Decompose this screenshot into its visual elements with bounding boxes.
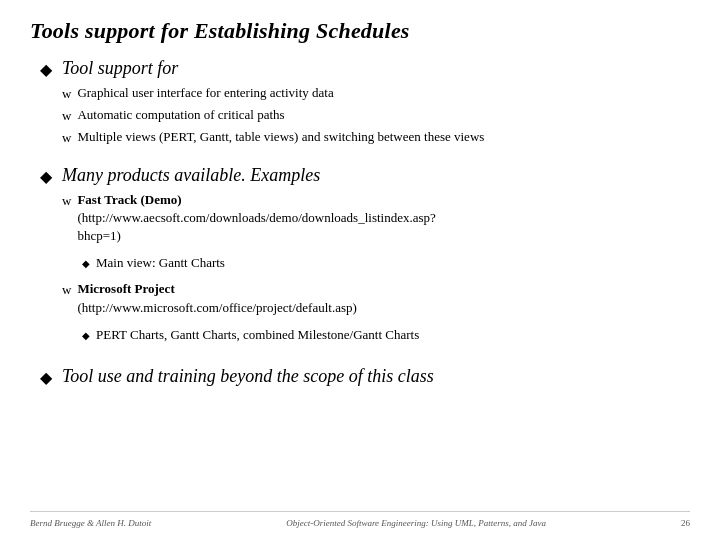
content-area: ◆ Tool support for w Graphical user inte… (30, 58, 690, 511)
bullet-diamond-1: ◆ (40, 60, 52, 79)
sub-bullet-marker: w (62, 85, 71, 103)
sub-bullet-text: Microsoft Project(http://www.microsoft.c… (77, 280, 356, 316)
sub-bullet-text: Fast Track (Demo)(http://www.aecsoft.com… (77, 191, 435, 246)
sub-bullet-text: Graphical user interface for entering ac… (77, 84, 333, 102)
list-item: w Microsoft Project(http://www.microsoft… (62, 280, 690, 346)
sub-bullet-marker: w (62, 129, 71, 147)
section-2-heading: Many products available. Examples (62, 165, 690, 186)
section-3: ◆ Tool use and training beyond the scope… (40, 366, 690, 392)
sub-sub-bullets-2: ◆ PERT Charts, Gantt Charts, combined Mi… (62, 326, 419, 346)
footer: Bernd Bruegge & Allen H. Dutoit Object-O… (30, 511, 690, 528)
sub-sub-bullets-1: ◆ Main view: Gantt Charts (62, 254, 225, 274)
footer-right: 26 (681, 518, 690, 528)
diamond-marker: ◆ (82, 257, 90, 271)
footer-center: Object-Oriented Software Engineering: Us… (161, 518, 671, 528)
sub-bullet-marker: w (62, 107, 71, 125)
sub-bullet-text: Automatic computation of critical paths (77, 106, 284, 124)
sub-bullet-marker: w (62, 281, 71, 299)
list-item: w Automatic computation of critical path… (62, 106, 690, 125)
list-item: ◆ Main view: Gantt Charts (82, 254, 225, 272)
list-item: w Graphical user interface for entering … (62, 84, 690, 103)
section-3-heading: Tool use and training beyond the scope o… (62, 366, 690, 387)
section-1-heading: Tool support for (62, 58, 690, 79)
section-2-sub-bullets: w Fast Track (Demo)(http://www.aecsoft.c… (62, 191, 690, 346)
main-title: Tools support for Establishing Schedules (30, 18, 690, 44)
section-3-content: Tool use and training beyond the scope o… (62, 366, 690, 392)
bullet-diamond-2: ◆ (40, 167, 52, 186)
sub-bullet-text: Multiple views (PERT, Gantt, table views… (77, 128, 484, 146)
slide-page: Tools support for Establishing Schedules… (0, 0, 720, 540)
footer-left: Bernd Bruegge & Allen H. Dutoit (30, 518, 151, 528)
list-item: ◆ PERT Charts, Gantt Charts, combined Mi… (82, 326, 419, 344)
section-1: ◆ Tool support for w Graphical user inte… (40, 58, 690, 151)
section-1-content: Tool support for w Graphical user interf… (62, 58, 690, 151)
sub-sub-bullet-text: Main view: Gantt Charts (96, 254, 225, 272)
section-2-content: Many products available. Examples w Fast… (62, 165, 690, 352)
bullet-diamond-3: ◆ (40, 368, 52, 387)
list-item: w Fast Track (Demo)(http://www.aecsoft.c… (62, 191, 690, 275)
section-1-sub-bullets: w Graphical user interface for entering … (62, 84, 690, 148)
section-2: ◆ Many products available. Examples w Fa… (40, 165, 690, 352)
list-item: w Multiple views (PERT, Gantt, table vie… (62, 128, 690, 147)
sub-bullet-marker: w (62, 192, 71, 210)
sub-sub-bullet-text: PERT Charts, Gantt Charts, combined Mile… (96, 326, 419, 344)
diamond-marker: ◆ (82, 329, 90, 343)
